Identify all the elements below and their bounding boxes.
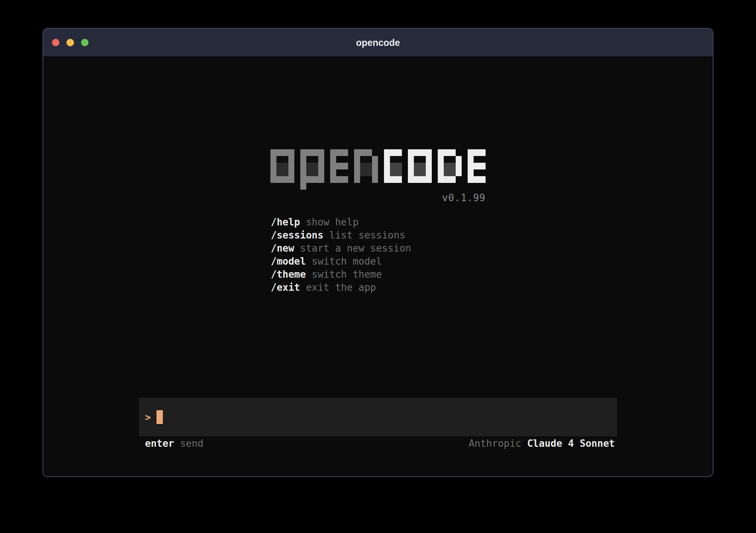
- command-row: /model switch model: [271, 255, 411, 268]
- version-label: v0.1.99: [442, 192, 486, 203]
- model-name: Claude 4 Sonnet: [527, 438, 615, 449]
- opencode-logo: [270, 149, 486, 190]
- keybind-hint: enter send: [145, 438, 204, 449]
- command-description: start a new session: [294, 243, 411, 254]
- command-row: /new start a new session: [271, 242, 411, 255]
- command-row: /theme switch theme: [271, 268, 411, 281]
- zoom-window-button[interactable]: [81, 39, 89, 46]
- traffic-lights: [52, 29, 89, 56]
- command-description: exit the app: [300, 282, 376, 293]
- command-name: /exit: [271, 282, 300, 293]
- command-description: list sessions: [323, 230, 405, 241]
- command-row: /exit exit the app: [271, 281, 411, 294]
- prompt-input[interactable]: >: [139, 398, 617, 436]
- command-row: /help show help: [271, 216, 411, 229]
- provider-name: Anthropic: [469, 438, 521, 449]
- command-description: show help: [300, 216, 359, 228]
- opencode-window: opencode: [43, 28, 713, 477]
- model-indicator[interactable]: Anthropic Claude 4 Sonnet: [469, 438, 615, 449]
- window-title: opencode: [356, 37, 400, 48]
- command-name: /model: [271, 256, 306, 267]
- command-list: /help show help /sessions list sessions …: [271, 216, 411, 294]
- minimize-window-button[interactable]: [66, 39, 74, 46]
- text-cursor: [157, 410, 163, 424]
- command-description: switch model: [306, 256, 382, 267]
- keybind-action: send: [180, 438, 204, 449]
- keybind-key: enter: [145, 438, 174, 449]
- close-window-button[interactable]: [52, 39, 59, 46]
- status-bar: enter send Anthropic Claude 4 Sonnet: [145, 438, 615, 449]
- command-row: /sessions list sessions: [271, 229, 411, 242]
- window-titlebar[interactable]: opencode: [43, 29, 713, 56]
- command-name: /sessions: [271, 230, 323, 241]
- command-description: switch theme: [306, 269, 382, 280]
- prompt-chevron: >: [145, 412, 151, 423]
- command-name: /help: [271, 216, 300, 228]
- command-name: /theme: [271, 269, 306, 280]
- command-name: /new: [271, 243, 294, 254]
